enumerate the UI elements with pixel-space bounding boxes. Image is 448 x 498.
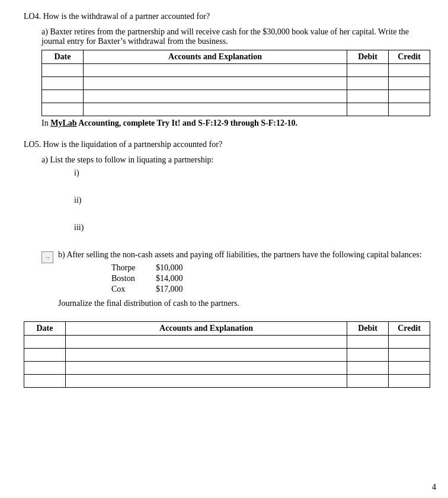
step-ii-label: ii)	[74, 196, 430, 205]
page-number: 4	[432, 483, 436, 492]
debit-cell	[347, 103, 389, 116]
date-cell	[42, 103, 84, 116]
debit-cell	[347, 64, 389, 77]
table-row	[24, 349, 430, 362]
mylab-text: Accounting, complete Try It! and S-F:12-…	[77, 119, 298, 127]
journalize-note: Journalize the final distribution of cas…	[58, 299, 422, 308]
capital-row-boston: Boston $14,000	[111, 274, 422, 283]
table-row	[42, 103, 430, 116]
lo4-sub-a: a) Baxter retires from the partnership a…	[41, 27, 430, 128]
credit-cell	[389, 90, 430, 103]
boston-name: Boston	[111, 274, 144, 283]
credit-cell	[389, 375, 430, 388]
capital-row-cox: Cox $17,000	[111, 285, 422, 294]
thorpe-amount: $10,000	[156, 263, 183, 273]
lo4-sub-a-label: a) Baxter retires from the partnership a…	[41, 27, 430, 46]
debit-cell	[347, 375, 389, 388]
lo5-section: LO5. How is the liquidation of a partner…	[24, 140, 430, 388]
lo5-heading: LO5. How is the liquidation of a partner…	[24, 140, 430, 149]
table-row	[42, 77, 430, 90]
lo4-debit-header: Debit	[347, 50, 389, 64]
step-i-label: i)	[74, 168, 430, 178]
lo5-debit-header: Debit	[347, 322, 389, 336]
lo4-heading: LO4. How is the withdrawal of a partner …	[24, 12, 430, 21]
step-iii: iii)	[74, 223, 430, 232]
cox-name: Cox	[111, 285, 144, 294]
acct-cell	[84, 90, 347, 103]
lo5-sub-a: a) List the steps to follow in liquating…	[41, 155, 430, 232]
step-i: i)	[74, 168, 430, 178]
note-icon: →	[41, 251, 53, 263]
date-cell	[42, 90, 84, 103]
acct-cell	[84, 77, 347, 90]
table-row	[24, 362, 430, 375]
credit-cell	[389, 336, 430, 349]
capital-row-thorpe: Thorpe $10,000	[111, 263, 422, 273]
lo4-acct-header: Accounts and Explanation	[84, 50, 347, 64]
thorpe-name: Thorpe	[111, 263, 144, 273]
lo5-sub-b-text: b) After selling the non-cash assets and…	[58, 250, 422, 260]
mylab-note-prefix: In	[41, 119, 50, 127]
acct-cell	[66, 375, 347, 388]
credit-cell	[389, 64, 430, 77]
step-ii: ii)	[74, 196, 430, 205]
date-cell	[42, 77, 84, 90]
acct-cell	[84, 64, 347, 77]
lo5-journal-wrapper: Date Accounts and Explanation Debit Cred…	[24, 321, 430, 388]
date-cell	[24, 336, 66, 349]
cox-amount: $17,000	[156, 285, 183, 294]
capital-table: Thorpe $10,000 Boston $14,000 Cox $17,00…	[111, 263, 422, 294]
lo4-section: LO4. How is the withdrawal of a partner …	[24, 12, 430, 128]
debit-cell	[347, 362, 389, 375]
mylab-note: In MyLab Accounting, complete Try It! an…	[41, 119, 430, 128]
lo5-journal-table: Date Accounts and Explanation Debit Cred…	[24, 321, 430, 388]
lo4-journal-table: Date Accounts and Explanation Debit Cred…	[41, 50, 430, 116]
acct-cell	[66, 362, 347, 375]
mylab-brand: MyLab	[50, 119, 76, 127]
lo4-date-header: Date	[42, 50, 84, 64]
credit-cell	[389, 103, 430, 116]
step-iii-label: iii)	[74, 223, 430, 232]
debit-cell	[347, 336, 389, 349]
table-row	[24, 336, 430, 349]
lo5-date-header: Date	[24, 322, 66, 336]
credit-cell	[389, 349, 430, 362]
lo4-credit-header: Credit	[389, 50, 430, 64]
debit-cell	[347, 77, 389, 90]
boston-amount: $14,000	[156, 274, 183, 283]
steps-list: i) ii) iii)	[74, 168, 430, 232]
date-cell	[24, 375, 66, 388]
acct-cell	[84, 103, 347, 116]
acct-cell	[66, 349, 347, 362]
table-row	[42, 64, 430, 77]
debit-cell	[347, 349, 389, 362]
table-row	[24, 375, 430, 388]
date-cell	[24, 362, 66, 375]
acct-cell	[66, 336, 347, 349]
debit-cell	[347, 90, 389, 103]
lo5-sub-a-label: a) List the steps to follow in liquating…	[41, 155, 430, 165]
lo5-sub-b-content: b) After selling the non-cash assets and…	[58, 250, 422, 315]
date-cell	[42, 64, 84, 77]
lo5-credit-header: Credit	[389, 322, 430, 336]
lo5-sub-b: → b) After selling the non-cash assets a…	[41, 250, 430, 315]
credit-cell	[389, 77, 430, 90]
credit-cell	[389, 362, 430, 375]
date-cell	[24, 349, 66, 362]
lo5-acct-header: Accounts and Explanation	[66, 322, 347, 336]
table-row	[42, 90, 430, 103]
